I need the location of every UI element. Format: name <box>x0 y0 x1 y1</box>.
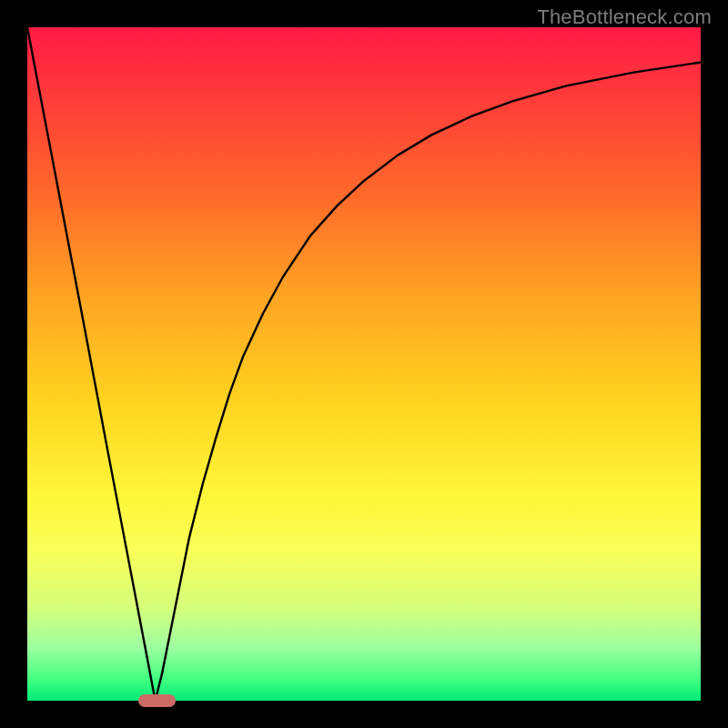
optimal-range-marker <box>138 694 176 707</box>
bottleneck-curve <box>27 27 701 701</box>
plot-area <box>27 27 701 701</box>
curve-layer <box>27 27 701 701</box>
chart-frame: TheBottleneck.com <box>0 0 728 728</box>
watermark-text: TheBottleneck.com <box>537 5 712 29</box>
